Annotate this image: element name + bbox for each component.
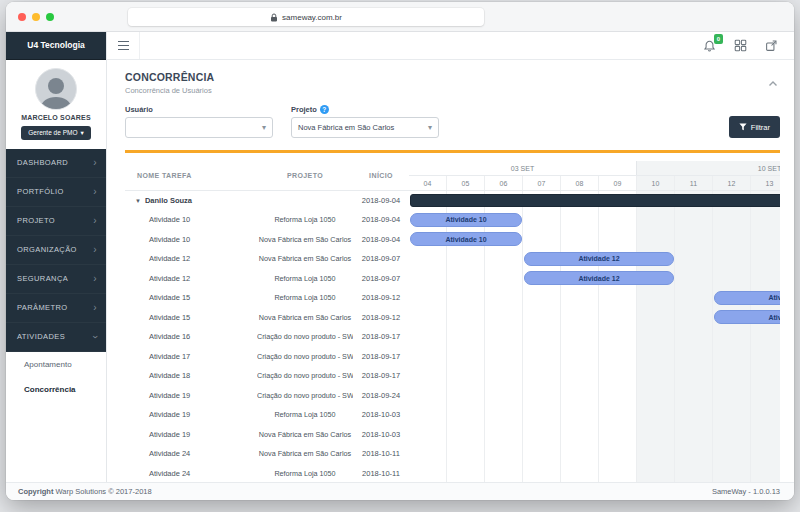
task-bar[interactable]: Atividade 15 [714,291,780,305]
timeline-row: Atividade 10 [409,230,780,250]
column-header-inicio[interactable]: INÍCIO [353,172,409,179]
sidebar-item-label: ATIVIDADES [17,332,65,341]
projeto-label: Projeto [291,105,317,114]
group-task-bar[interactable] [410,194,780,207]
new-window-button[interactable] [765,39,778,52]
usuario-label: Usuário [125,105,273,114]
timeline-header: 03 SET10 SET 0405060708091011121314 [409,161,780,191]
menu-toggle-button[interactable] [107,32,140,59]
user-avatar[interactable] [35,68,77,110]
grid-row[interactable]: Atividade 18Criação do novo produto - SW… [125,366,409,386]
browser-chrome: sameway.com.br [6,2,794,32]
task-bar[interactable]: Atividade 10 [410,232,522,246]
sidebar-subitem-concorrencia[interactable]: Concorrência [6,377,106,402]
task-name: Atividade 10 [125,235,257,244]
task-project: Criação do novo produto - SW0 [257,352,353,361]
grid-row[interactable]: Atividade 15Reforma Loja 10502018-09-12 [125,288,409,308]
grid-row[interactable]: Atividade 19Criação do novo produto - SW… [125,386,409,406]
timeline-row [409,347,780,367]
user-role-dropdown[interactable]: Gerente de PMO ▾ [21,126,90,140]
sidebar-item-seguranca[interactable]: SEGURANÇA› [6,265,106,294]
task-bar[interactable]: Atividade 12 [524,252,674,266]
brand-logo[interactable]: U4 Tecnologia [6,32,106,60]
app-version: SameWay - 1.0.0.13 [712,487,780,496]
address-bar[interactable]: sameway.com.br [128,8,484,26]
gantt-grid-header: NOME TAREFA PROJETO INÍCIO [125,161,409,191]
column-header-projeto[interactable]: PROJETO [257,172,353,179]
page-title: CONCORRÊNCIA [125,71,214,83]
task-project: Reforma Loja 1050 [257,293,353,302]
collapse-panel-button[interactable] [766,71,780,93]
sidebar-item-dashboard[interactable]: DASHBOARD› [6,149,106,178]
sidebar-item-label: SEGURANÇA [17,274,68,283]
timeline-row [409,444,780,464]
timeline-day-header: 07 [523,176,561,190]
task-project: Nova Fábrica em São Carlos [257,449,353,458]
timeline-day-header: 12 [713,176,751,190]
minimize-window-button[interactable] [32,13,40,21]
timeline-row [409,464,780,483]
task-project: Criação do novo produto - SW0 [257,332,353,341]
apps-grid-button[interactable] [734,39,747,52]
task-project: Reforma Loja 1050 [257,469,353,478]
grid-row[interactable]: Atividade 24Reforma Loja 10502018-10-11 [125,464,409,483]
timeline-day-header: 09 [599,176,637,190]
gantt-grid-body: ▼Danilo Souza2018-09-04Atividade 10Refor… [125,191,409,483]
sidebar-menu: DASHBOARD›PORTFÓLIO›PROJETO›ORGANIZAÇÃO›… [6,149,106,352]
grid-row[interactable]: Atividade 12Nova Fábrica em São Carlos20… [125,249,409,269]
sidebar-item-portfolio[interactable]: PORTFÓLIO› [6,178,106,207]
task-bar[interactable]: Atividade 12 [524,271,674,285]
filter-bar: Usuário ▾ Projeto? Nova Fábrica em São C… [125,105,780,138]
projeto-select[interactable]: Nova Fábrica em São Carlos ▾ [291,117,439,138]
column-header-nome-tarefa[interactable]: NOME TAREFA [125,172,257,179]
timeline-day-header: 11 [675,176,713,190]
filter-funnel-icon [739,123,747,131]
sidebar-item-label: PARÂMETRO [17,303,68,312]
task-start-date: 2018-09-17 [353,352,409,361]
task-start-date: 2018-10-03 [353,410,409,419]
timeline-day-header: 08 [561,176,599,190]
sidebar-item-projeto[interactable]: PROJETO› [6,207,106,236]
grid-row[interactable]: Atividade 10Nova Fábrica em São Carlos20… [125,230,409,250]
grid-row[interactable]: Atividade 12Reforma Loja 10502018-09-07 [125,269,409,289]
copyright-text: Copyright Warp Solutions © 2017-2018 [18,487,152,496]
chevron-right-icon: › [93,216,97,226]
filtrar-button[interactable]: Filtrar [729,116,780,138]
timeline-body: Atividade 10Atividade 10Atividade 12Ativ… [409,191,780,483]
projeto-value: Nova Fábrica em São Carlos [298,123,394,132]
projeto-field: Projeto? Nova Fábrica em São Carlos ▾ [291,105,439,138]
top-navbar: 0 [107,32,794,60]
task-name: Atividade 19 [125,430,257,439]
timeline-day-row: 0405060708091011121314 [409,176,780,191]
sidebar-item-atividades[interactable]: ATIVIDADES› [6,323,106,352]
grid-row[interactable]: ▼Danilo Souza2018-09-04 [125,191,409,211]
collapse-group-icon[interactable]: ▼ [135,198,141,204]
grid-row[interactable]: Atividade 15Nova Fábrica em São Carlos20… [125,308,409,328]
sidebar-item-organizacao[interactable]: ORGANIZAÇÃO› [6,236,106,265]
task-bar[interactable]: Atividade 15 [714,310,780,324]
task-name: Atividade 15 [125,293,257,302]
sidebar-subitem-apontamento[interactable]: Apontamento [6,352,106,377]
grid-row[interactable]: Atividade 17Criação do novo produto - SW… [125,347,409,367]
sidebar-item-parametro[interactable]: PARÂMETRO› [6,294,106,323]
task-start-date: 2018-09-12 [353,293,409,302]
zoom-window-button[interactable] [46,13,54,21]
grid-row[interactable]: Atividade 10Reforma Loja 10502018-09-04 [125,210,409,230]
grid-row[interactable]: Atividade 19Reforma Loja 10502018-10-03 [125,405,409,425]
notifications-button[interactable]: 0 [703,39,716,53]
timeline-row [409,366,780,386]
help-icon[interactable]: ? [320,105,329,114]
chevron-right-icon: › [93,303,97,313]
apps-grid-icon [734,39,747,52]
close-window-button[interactable] [18,13,26,21]
grid-row[interactable]: Atividade 16Criação do novo produto - SW… [125,327,409,347]
task-project: Criação do novo produto - SW0 [257,391,353,400]
usuario-select[interactable]: ▾ [125,117,273,138]
task-bar[interactable]: Atividade 10 [410,213,522,227]
timeline-row: Atividade 12 [409,249,780,269]
task-start-date: 2018-09-04 [353,196,409,205]
timeline-day-header: 06 [485,176,523,190]
task-start-date: 2018-09-12 [353,313,409,322]
grid-row[interactable]: Atividade 24Nova Fábrica em São Carlos20… [125,444,409,464]
grid-row[interactable]: Atividade 19Nova Fábrica em São Carlos20… [125,425,409,445]
